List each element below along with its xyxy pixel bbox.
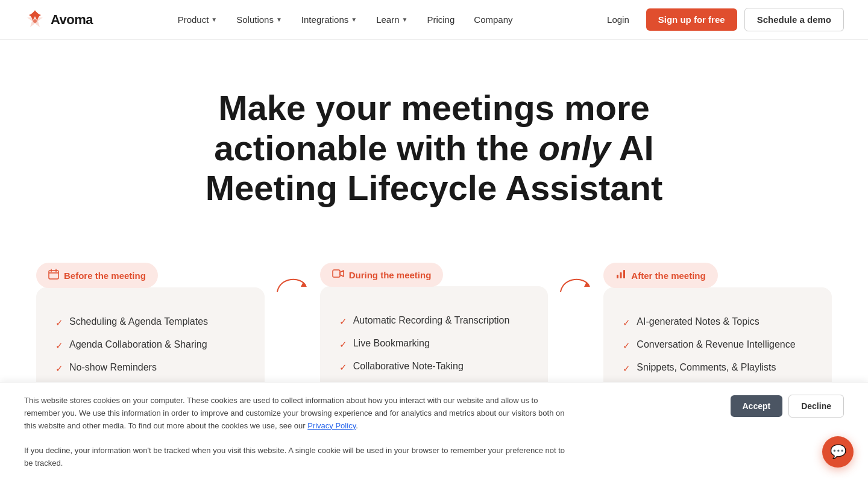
logo[interactable]: Avoma [24,9,93,31]
cookie-text: This website stores cookies on your comp… [24,395,567,470]
check-icon: ✓ [55,363,63,374]
svg-rect-1 [49,271,58,279]
svg-rect-7 [620,272,622,278]
check-icon: ✓ [55,340,63,351]
card-items-during: ✓ Automatic Recording & Transcription ✓ … [339,315,529,373]
nav-item-learn[interactable]: Learn ▼ [368,10,416,30]
svg-rect-8 [623,270,625,278]
chevron-down-icon: ▼ [351,16,357,23]
logo-icon [24,9,46,31]
hero-section: Make your meetings more actionable with … [0,40,868,263]
list-item: ✓ Scheduling & Agenda Templates [55,316,245,328]
arrow-between-2 [558,263,594,298]
card-tab-during: During the meeting [320,263,444,287]
chevron-down-icon: ▼ [402,16,408,23]
nav-item-solutions[interactable]: Solutions ▼ [228,10,291,30]
check-icon: ✓ [339,339,347,350]
chat-icon: 💬 [830,444,846,460]
list-item: ✓ No-show Reminders [55,362,245,374]
chart-icon [615,269,626,282]
list-item: ✓ AI-generated Notes & Topics [623,316,813,328]
list-item: ✓ Live Bookmarking [339,338,529,350]
svg-point-0 [33,19,37,23]
card-tab-after: After the meeting [603,263,717,288]
video-icon [332,269,344,281]
navbar: Avoma Product ▼ Solutions ▼ Integrations… [0,0,868,40]
nav-actions: Login Sign up for free Schedule a demo [597,8,844,31]
logo-text: Avoma [51,12,93,28]
card-tab-before: Before the meeting [36,263,158,288]
signup-button[interactable]: Sign up for free [646,8,737,31]
list-item: ✓ Agenda Collaboration & Sharing [55,339,245,351]
decline-cookies-button[interactable]: Decline [788,395,844,418]
nav-item-pricing[interactable]: Pricing [418,10,463,30]
login-button[interactable]: Login [597,10,639,30]
list-item: ✓ Collaborative Note-Taking [339,361,529,373]
nav-item-integrations[interactable]: Integrations ▼ [293,10,365,30]
check-icon: ✓ [623,318,631,328]
arrow-between-1 [274,263,310,298]
schedule-demo-button[interactable]: Schedule a demo [744,8,844,31]
cookie-banner: This website stores cookies on your comp… [0,382,868,482]
card-items-before: ✓ Scheduling & Agenda Templates ✓ Agenda… [55,316,245,374]
svg-rect-6 [617,275,618,278]
check-icon: ✓ [623,340,631,351]
list-item: ✓ Snippets, Comments, & Playlists [623,362,813,374]
list-item: ✓ Conversation & Revenue Intelligence [623,339,813,351]
card-tab-label-after: After the meeting [631,271,705,281]
check-icon: ✓ [339,362,347,373]
chevron-down-icon: ▼ [276,16,282,23]
chat-support-button[interactable]: 💬 [822,436,854,468]
check-icon: ✓ [55,318,63,328]
list-item: ✓ Automatic Recording & Transcription [339,315,529,327]
nav-links: Product ▼ Solutions ▼ Integrations ▼ Lea… [169,10,521,30]
nav-item-product[interactable]: Product ▼ [169,10,226,30]
hero-title: Make your meetings more actionable with … [163,88,705,208]
nav-item-company[interactable]: Company [465,10,521,30]
privacy-policy-link[interactable]: Privacy Policy [307,421,356,430]
svg-rect-5 [333,270,340,277]
accept-cookies-button[interactable]: Accept [731,395,783,417]
card-items-after: ✓ AI-generated Notes & Topics ✓ Conversa… [623,316,813,374]
card-tab-label-before: Before the meeting [64,271,146,281]
calendar-icon [48,269,59,282]
check-icon: ✓ [339,316,347,327]
cookie-actions: Accept Decline [731,395,844,418]
chevron-down-icon: ▼ [211,16,217,23]
card-tab-label-during: During the meeting [349,270,432,280]
check-icon: ✓ [623,363,631,374]
